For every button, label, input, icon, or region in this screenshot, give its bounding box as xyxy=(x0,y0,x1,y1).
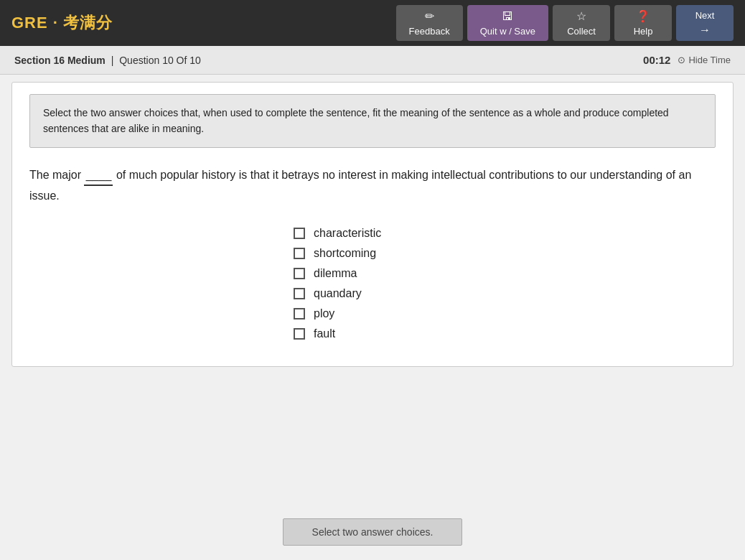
question-position: Question 10 Of 10 xyxy=(119,55,201,66)
checkbox-shortcoming[interactable] xyxy=(294,248,305,259)
clock-icon: ⊙ xyxy=(678,55,685,65)
checkbox-ploy[interactable] xyxy=(294,308,305,319)
question-after: of much popular history is that it betra… xyxy=(29,169,691,202)
checkbox-fault[interactable] xyxy=(294,328,305,340)
help-icon: ❓ xyxy=(636,9,650,23)
choice-item-quandary[interactable]: quandary xyxy=(294,287,451,300)
timer-display: 00:12 xyxy=(643,54,670,66)
choice-label-characteristic: characteristic xyxy=(314,227,381,240)
save-icon: 🖫 xyxy=(502,10,513,23)
timer-area: 00:12 ⊙ Hide Time xyxy=(643,54,731,66)
next-button[interactable]: Next → xyxy=(676,5,734,41)
main-content: Select the two answer choices that, when… xyxy=(11,82,734,367)
choice-item-shortcoming[interactable]: shortcoming xyxy=(294,247,451,260)
quit-save-label: Quit w / Save xyxy=(480,26,535,37)
choice-label-ploy: ploy xyxy=(314,307,334,320)
question-blank: ____ xyxy=(84,165,113,186)
next-label: Next xyxy=(695,10,715,21)
choices-container: characteristic shortcoming dilemma quand… xyxy=(29,227,716,340)
section-info: Section 16 Medium | Question 10 Of 10 xyxy=(14,55,201,66)
logo: GRE · 考满分 xyxy=(11,12,113,34)
help-label: Help xyxy=(634,26,653,37)
choice-label-shortcoming: shortcoming xyxy=(314,247,376,260)
logo-text: GRE · 考满分 xyxy=(11,14,113,32)
choice-item-dilemma[interactable]: dilemma xyxy=(294,267,451,280)
footer-area: Select two answer choices. xyxy=(0,518,745,546)
help-button[interactable]: ❓ Help xyxy=(614,5,672,41)
choice-item-fault[interactable]: fault xyxy=(294,327,451,340)
section-bar: Section 16 Medium | Question 10 Of 10 00… xyxy=(0,46,745,75)
section-text: Section 16 Medium xyxy=(14,55,106,66)
instruction-box: Select the two answer choices that, when… xyxy=(29,94,716,148)
next-icon: → xyxy=(699,24,711,37)
checkbox-quandary[interactable] xyxy=(294,288,305,299)
collect-label: Collect xyxy=(567,26,596,37)
header-buttons: ✏ Feedback 🖫 Quit w / Save ☆ Collect ❓ H… xyxy=(396,5,734,41)
instruction-text: Select the two answer choices that, when… xyxy=(43,107,669,134)
choice-label-quandary: quandary xyxy=(314,287,362,300)
feedback-icon: ✏ xyxy=(425,9,434,23)
choice-label-fault: fault xyxy=(314,327,335,340)
header: GRE · 考满分 ✏ Feedback 🖫 Quit w / Save ☆ C… xyxy=(0,0,745,46)
question-before: The major xyxy=(29,169,81,181)
status-label: Select two answer choices. xyxy=(312,526,434,538)
choice-item-ploy[interactable]: ploy xyxy=(294,307,451,320)
hide-time-button[interactable]: ⊙ Hide Time xyxy=(678,55,731,65)
checkbox-characteristic[interactable] xyxy=(294,228,305,239)
choice-label-dilemma: dilemma xyxy=(314,267,357,280)
checkbox-dilemma[interactable] xyxy=(294,268,305,279)
collect-button[interactable]: ☆ Collect xyxy=(553,5,610,41)
feedback-label: Feedback xyxy=(409,26,450,37)
status-button[interactable]: Select two answer choices. xyxy=(283,518,463,546)
question-text: The major ____ of much popular history i… xyxy=(29,165,716,205)
choice-item-characteristic[interactable]: characteristic xyxy=(294,227,451,240)
quit-save-button[interactable]: 🖫 Quit w / Save xyxy=(467,5,548,41)
feedback-button[interactable]: ✏ Feedback xyxy=(396,5,463,41)
hide-time-label: Hide Time xyxy=(688,55,731,65)
star-icon: ☆ xyxy=(576,9,586,23)
